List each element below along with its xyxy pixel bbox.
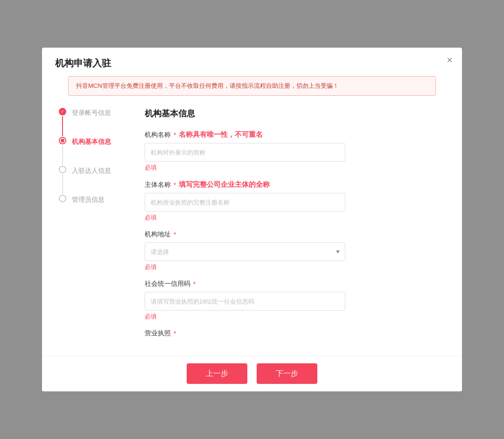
step-2-line <box>62 145 63 165</box>
step-1-label: 登录帐号信息 <box>72 108 111 117</box>
step-3-label: 入驻达人信息 <box>72 166 111 175</box>
required-star-org-name: * <box>174 131 176 139</box>
required-text-org-name: 必填 <box>145 163 443 172</box>
step-4-label: 管理员信息 <box>72 195 105 204</box>
required-text-org-address: 必填 <box>145 263 443 271</box>
required-text-credit-code: 必填 <box>145 312 443 321</box>
required-star-business-license: * <box>174 330 176 337</box>
field-org-name: 机构名称 * 名称具有唯一性，不可重名 必填 <box>145 130 443 172</box>
modal-body: 登录帐号信息 机构基本信息 入驻达人信息 <box>42 103 462 355</box>
sidebar: 登录帐号信息 机构基本信息 入驻达人信息 <box>42 103 135 355</box>
field-credit-code: 社会统一信用码 * 必填 <box>145 280 443 321</box>
step-1-dot <box>59 108 66 115</box>
hint-entity-name: 填写完整公司企业主体的全称 <box>179 180 270 189</box>
label-org-address-text: 机构地址 <box>145 230 171 239</box>
required-text-entity-name: 必填 <box>145 213 443 222</box>
label-org-name-text: 机构名称 <box>145 131 171 139</box>
required-star-org-address: * <box>174 231 176 238</box>
input-org-name[interactable] <box>145 143 345 162</box>
sidebar-item-step-3[interactable]: 入驻达人信息 <box>59 166 135 195</box>
prev-button[interactable]: 上一步 <box>187 363 247 384</box>
step-4-dot <box>59 195 66 202</box>
modal-footer: 上一步 下一步 <box>42 355 462 391</box>
sidebar-item-step-2[interactable]: 机构基本信息 <box>59 137 135 166</box>
label-business-license: 营业执照 * <box>145 329 443 338</box>
step-2-indicator <box>59 137 66 166</box>
required-star-entity-name: * <box>174 181 176 189</box>
input-credit-code[interactable] <box>145 292 345 311</box>
label-org-address: 机构地址 * <box>145 230 443 239</box>
modal-overlay: 机构申请入驻 × 抖音MCN管理平台免费注册使用，平台不收取任何费用，请按指示流… <box>0 0 504 439</box>
step-4-indicator <box>59 195 66 202</box>
required-star-credit-code: * <box>193 280 196 288</box>
content-area: 机构基本信息 机构名称 * 名称具有唯一性，不可重名 必填 主体名称 * <box>135 103 462 355</box>
label-entity-name: 主体名称 * 填写完整公司企业主体的全称 <box>145 180 443 189</box>
step-1-indicator <box>59 108 66 137</box>
field-entity-name: 主体名称 * 填写完整公司企业主体的全称 必填 <box>145 180 443 222</box>
step-3-line <box>62 174 63 194</box>
sidebar-item-step-1[interactable]: 登录帐号信息 <box>59 108 135 137</box>
label-credit-code: 社会统一信用码 * <box>145 280 443 288</box>
label-entity-name-text: 主体名称 <box>145 181 171 189</box>
section-title: 机构基本信息 <box>145 108 443 119</box>
select-org-address[interactable]: 请选择 <box>145 242 345 261</box>
label-business-license-text: 营业执照 <box>145 329 171 338</box>
step-1-line <box>62 116 63 136</box>
field-org-address: 机构地址 * 请选择 ▼ 必填 <box>145 230 443 271</box>
notice-bar: 抖音MCN管理平台免费注册使用，平台不收取任何费用，请按指示流程自助注册，切勿上… <box>68 76 436 96</box>
modal-title: 机构申请入驻 <box>55 57 449 70</box>
input-entity-name[interactable] <box>145 193 345 212</box>
select-wrapper-org-address: 请选择 ▼ <box>145 242 345 261</box>
step-3-dot <box>59 166 66 173</box>
next-button[interactable]: 下一步 <box>257 363 317 384</box>
step-2-dot <box>59 137 66 144</box>
sidebar-item-step-4[interactable]: 管理员信息 <box>59 195 135 204</box>
step-2-label: 机构基本信息 <box>72 137 111 146</box>
close-button[interactable]: × <box>447 55 453 65</box>
modal-dialog: 机构申请入驻 × 抖音MCN管理平台免费注册使用，平台不收取任何费用，请按指示流… <box>42 48 462 392</box>
field-business-license: 营业执照 * <box>145 329 443 338</box>
hint-org-name: 名称具有唯一性，不可重名 <box>179 130 263 139</box>
step-3-indicator <box>59 166 66 195</box>
modal-header: 机构申请入驻 × 抖音MCN管理平台免费注册使用，平台不收取任何费用，请按指示流… <box>42 48 462 104</box>
label-org-name: 机构名称 * 名称具有唯一性，不可重名 <box>145 130 443 139</box>
label-credit-code-text: 社会统一信用码 <box>145 280 190 288</box>
